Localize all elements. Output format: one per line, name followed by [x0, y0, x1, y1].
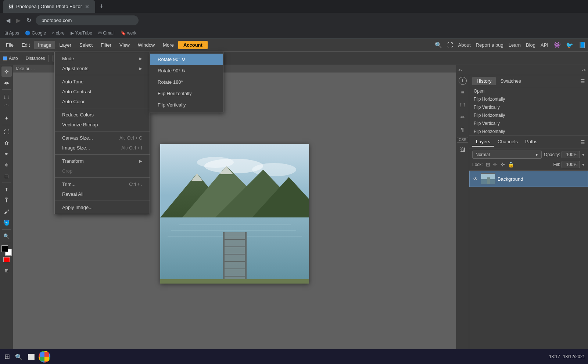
nav-reload-btn[interactable]: ↻ — [25, 15, 33, 25]
menu-auto-tone[interactable]: Auto Tone — [55, 77, 150, 87]
menu-reveal-all[interactable]: Reveal All — [55, 189, 150, 199]
tool-eraser[interactable]: ◻ — [1, 171, 12, 181]
menu-search-icon[interactable]: 🔍 — [435, 42, 442, 48]
menu-blog[interactable]: Blog — [526, 42, 535, 48]
menu-image[interactable]: Image — [34, 41, 55, 49]
fill-value[interactable]: 100% — [562, 161, 580, 168]
menu-auto-contrast[interactable]: Auto Contrast — [55, 87, 150, 97]
menu-view[interactable]: View — [116, 41, 133, 49]
menu-adjustments-item[interactable]: Adjustments ▶ — [55, 64, 150, 73]
tool-brush[interactable]: 🖌 — [1, 206, 12, 217]
panel-paragraph-icon[interactable]: ¶ — [458, 125, 468, 135]
history-item-3[interactable]: Flip Horizontally — [469, 111, 588, 119]
tab-swatches[interactable]: Swatches — [496, 77, 525, 85]
menu-apply-image[interactable]: Apply Image... — [55, 202, 150, 212]
tool-healing[interactable]: ✿ — [1, 138, 12, 148]
tool-selection-rect[interactable]: ⬚ — [1, 91, 12, 101]
nav-back-btn[interactable]: ◀ — [4, 15, 12, 25]
tab-layers[interactable]: Layers — [472, 137, 494, 147]
tool-move[interactable]: ✛ — [1, 66, 12, 77]
tool-zoom[interactable]: 🔍 — [1, 231, 12, 241]
tool-type[interactable]: T — [1, 184, 12, 195]
taskbar-task-icon[interactable]: ⬜ — [26, 352, 36, 362]
url-bar[interactable]: photopea.com — [36, 15, 139, 25]
history-item-4[interactable]: Flip Vertically — [469, 119, 588, 127]
bookmark-obre[interactable]: ○ obre — [52, 30, 65, 36]
panel-right-arrow[interactable]: -> — [582, 68, 586, 73]
panel-left-arrow[interactable]: <- — [458, 68, 462, 73]
layer-item-background[interactable]: 👁 Background — [469, 171, 588, 187]
color-fg-swatch[interactable] — [1, 245, 8, 252]
tool-crop[interactable]: ⛶ — [1, 127, 12, 137]
tab-channels[interactable]: Channels — [494, 137, 521, 147]
panel-history-icon[interactable]: ✏ — [458, 112, 468, 122]
tab-close-icon[interactable]: ✕ — [85, 4, 89, 10]
menu-filter[interactable]: Filter — [97, 41, 115, 49]
lock-move-icon[interactable]: ✛ — [501, 162, 505, 167]
opacity-arrow[interactable]: ▼ — [581, 153, 585, 157]
tool-extra[interactable]: ⊞ — [1, 266, 12, 276]
layers-panel-menu-icon[interactable]: ☰ — [580, 139, 585, 145]
color-swatches[interactable] — [1, 245, 12, 256]
tool-lasso[interactable]: ⌒ — [1, 102, 12, 112]
menu-report-bug[interactable]: Report a bug — [476, 42, 503, 48]
menu-reduce-colors[interactable]: Reduce Colors — [55, 110, 150, 120]
new-tab-btn[interactable]: + — [98, 3, 105, 10]
history-item-5[interactable]: Flip Horizontally — [469, 127, 588, 136]
menu-crop-item[interactable]: Crop — [55, 166, 150, 176]
blend-mode-select[interactable]: Normal ▼ — [472, 151, 542, 159]
submenu-rotate-cw[interactable]: Rotate 90° ↻ — [150, 65, 223, 76]
history-item-2[interactable]: Flip Vertically — [469, 103, 588, 111]
bookmark-werk[interactable]: 🔖 werk — [121, 30, 137, 36]
menu-file[interactable]: File — [2, 41, 17, 49]
menu-about[interactable]: About — [458, 42, 471, 48]
menu-trim[interactable]: Trim... Ctrl + . — [55, 179, 150, 189]
menu-select[interactable]: Select — [76, 41, 96, 49]
taskbar-chrome-icon[interactable] — [39, 351, 50, 363]
menu-layer[interactable]: Layer — [56, 41, 75, 49]
nav-forward-btn[interactable]: ▶ — [15, 15, 22, 25]
lock-brush-icon[interactable]: ✏ — [493, 162, 498, 167]
menu-fullscreen-icon[interactable]: ⛶ — [447, 42, 453, 48]
layer-visibility-toggle[interactable]: 👁 — [473, 176, 478, 182]
lock-padlock-icon[interactable]: 🔒 — [508, 162, 514, 167]
submenu-flip-v[interactable]: Flip Vertically — [150, 99, 223, 111]
menu-auto-color[interactable]: Auto Color — [55, 97, 150, 107]
panel-info-icon[interactable]: i — [459, 77, 467, 85]
menu-transform-item[interactable]: Transform ▶ — [55, 156, 150, 166]
tool-fill[interactable]: 🪣 — [1, 217, 12, 228]
windows-start-icon[interactable]: ⊞ — [3, 351, 11, 362]
menu-window[interactable]: Window — [134, 41, 158, 49]
taskbar-search-icon[interactable]: 🔍 — [14, 352, 24, 362]
color-accent-swatch[interactable] — [3, 257, 10, 262]
history-item-1[interactable]: Flip Horizontally — [469, 95, 588, 103]
panel-selection-icon[interactable]: ⬚ — [458, 100, 468, 110]
opacity-value[interactable]: 100% — [562, 151, 580, 158]
fill-arrow[interactable]: ▼ — [581, 163, 585, 167]
menu-canvas-size[interactable]: Canvas Size... Alt+Ctrl + C — [55, 133, 150, 143]
checkbox-auto[interactable]: Auto — [3, 56, 18, 61]
reddit-icon[interactable]: 👾 — [553, 42, 561, 48]
facebook-icon[interactable]: 📘 — [578, 42, 586, 48]
tool-magic-wand[interactable]: ✦ — [1, 113, 12, 123]
account-button[interactable]: Account — [178, 41, 208, 49]
bookmark-youtube[interactable]: ▶ YouTube — [71, 30, 92, 36]
panel-layers-icon[interactable]: ≡ — [458, 87, 468, 97]
menu-image-size[interactable]: Image Size... Alt+Ctrl + I — [55, 143, 150, 153]
tool-paragraph-type[interactable]: T̈ — [1, 195, 12, 206]
lock-checker-icon[interactable]: ⊞ — [486, 162, 490, 167]
browser-tab[interactable]: 🖼 Photopea | Online Photo Editor ✕ — [3, 0, 95, 13]
panel-css-btn[interactable]: CSS — [457, 137, 468, 143]
history-item-open[interactable]: Open — [469, 87, 588, 95]
twitter-icon[interactable]: 🐦 — [566, 42, 573, 48]
menu-learn[interactable]: Learn — [509, 42, 521, 48]
menu-edit[interactable]: Edit — [18, 41, 33, 49]
panel-image-icon[interactable]: 🖼 — [458, 145, 468, 155]
menu-mode-item[interactable]: Mode ▶ — [55, 54, 150, 64]
submenu-rotate-ccw[interactable]: Rotate 90° ↺ — [150, 54, 223, 65]
submenu-flip-h[interactable]: Flip Horizontally — [150, 88, 223, 99]
tab-paths[interactable]: Paths — [521, 137, 541, 147]
menu-api[interactable]: API — [541, 42, 548, 48]
tool-clone[interactable]: ⊕ — [1, 160, 12, 170]
tab-history[interactable]: History — [472, 77, 496, 85]
